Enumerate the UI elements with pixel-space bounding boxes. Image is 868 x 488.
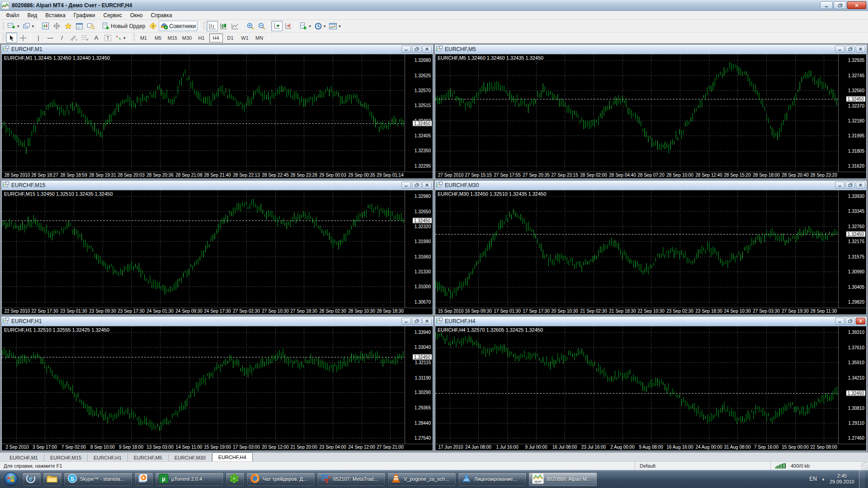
price-axis[interactable]: 1.339401.330401.321151.311901.302901.293…	[405, 326, 433, 444]
chart-window-titlebar[interactable]: EURCHF,H4	[435, 317, 867, 326]
chart-restore-button[interactable]	[412, 46, 421, 52]
toolbar-grip[interactable]	[133, 34, 135, 42]
terminal-button[interactable]	[74, 21, 85, 31]
chart-tab-5[interactable]: EURCHF,H4	[212, 452, 253, 461]
chart-restore-button[interactable]	[845, 182, 855, 188]
chart-plot[interactable]: EURCHF,M30 1.32450 1.32510 1.32435 1.324…	[435, 190, 838, 308]
cursor-tool-button[interactable]	[6, 33, 17, 43]
vertical-line-tool-button[interactable]: |	[33, 33, 44, 43]
taskbar-app-vlc[interactable]: V_pogone_za_sch...	[387, 472, 456, 486]
chart-minimize-button[interactable]	[401, 318, 411, 324]
chart-plot[interactable]: EURCHF,M15 1.32450 1.32510 1.32435 1.324…	[2, 190, 405, 308]
menu-item-4[interactable]: Сервис	[99, 11, 126, 19]
arrows-tool-button[interactable]: ▾	[113, 33, 127, 43]
timeframe-mn[interactable]: MN	[253, 33, 266, 42]
menu-item-0[interactable]: Файл	[2, 11, 24, 19]
timeframe-m15[interactable]: M15	[166, 33, 179, 42]
timeframe-h1[interactable]: H1	[195, 33, 208, 42]
text-tool-button[interactable]: A	[90, 33, 102, 43]
navigator-button[interactable]	[51, 21, 62, 31]
chart-plot[interactable]: EURCHF,H1 1.32510 1.32555 1.32425 1.3245…	[2, 326, 405, 444]
time-axis[interactable]: 27 Sep 201027 Sep 15:1527 Sep 17:5527 Se…	[435, 172, 866, 178]
timeframe-h4[interactable]: H4	[209, 33, 223, 42]
menu-item-6[interactable]: Справка	[147, 11, 176, 19]
chart-tab-2[interactable]: EURCHF,H1	[88, 454, 128, 461]
toolbar-grip[interactable]	[203, 22, 205, 30]
chart-window-titlebar[interactable]: EURCHF,M5	[435, 45, 867, 54]
price-axis[interactable]: 1.329351.327451.325601.323701.321801.319…	[838, 54, 866, 172]
chart-tab-0[interactable]: EURCHF,M1	[4, 454, 44, 461]
menu-item-2[interactable]: Вставка	[41, 11, 70, 19]
new-order-button[interactable]: Новый Ордер	[100, 21, 147, 31]
chart-minimize-button[interactable]	[401, 46, 411, 52]
templates-button[interactable]: ▾	[327, 21, 343, 31]
status-profile-segment[interactable]: Default	[635, 462, 770, 470]
favorites-button[interactable]	[62, 21, 74, 31]
time-axis[interactable]: 28 Sep 201028 Sep 18:2728 Sep 18:5928 Se…	[2, 172, 433, 178]
time-axis[interactable]: 22 Sep 201022 Sep 17:3023 Sep 01:3023 Se…	[2, 308, 433, 314]
time-axis[interactable]: 15 Sep 201016 Sep 09:3017 Sep 01:3017 Se…	[435, 308, 866, 314]
auto-scroll-button[interactable]	[271, 21, 283, 31]
price-axis[interactable]: 1.329801.326501.323201.319901.316601.313…	[405, 190, 433, 308]
resize-grip[interactable]	[861, 462, 868, 470]
timeframe-m5[interactable]: M5	[151, 33, 165, 42]
chart-restore-button[interactable]	[845, 46, 855, 52]
new-chart-button[interactable]: ▾	[6, 21, 21, 31]
alerts-button[interactable]: !	[147, 21, 159, 31]
chart-close-button[interactable]	[422, 46, 432, 52]
menu-item-1[interactable]: Вид	[24, 11, 42, 19]
taskbar-app-metatrader[interactable]: 652107: MetaTrad...	[317, 472, 386, 486]
chart-restore-button[interactable]	[845, 318, 855, 324]
taskbar-app-icq[interactable]	[226, 472, 245, 486]
time-axis[interactable]: 17 Jun 201024 Jun 08:001 Jul 16:009 Jul …	[435, 444, 866, 450]
taskbar-app-skype[interactable]: SSkype™ - stanisla...	[64, 472, 132, 486]
taskbar-clock[interactable]: 2:45 29.09.2010	[830, 473, 854, 485]
chart-shift-button[interactable]	[283, 21, 294, 31]
strategy-tester-button[interactable]	[85, 21, 96, 31]
fibonacci-tool-button[interactable]: F	[79, 33, 90, 43]
chart-close-button[interactable]	[856, 46, 865, 52]
chart-restore-button[interactable]	[412, 182, 421, 188]
taskbar-app-alpari[interactable]: alpari8020886: Alpari M...	[528, 472, 597, 486]
show-desktop-button[interactable]	[859, 470, 865, 488]
text-label-tool-button[interactable]: T	[102, 33, 113, 43]
quicklaunch-folder-button[interactable]	[43, 472, 62, 486]
taskbar-app-player[interactable]	[134, 472, 153, 486]
timeframe-w1[interactable]: W1	[238, 33, 252, 42]
toolbar-grip[interactable]	[2, 34, 5, 42]
time-axis[interactable]: 2 Sep 20103 Sep 17:007 Sep 02:008 Sep 10…	[2, 444, 433, 450]
bar-chart-mode-button[interactable]	[207, 21, 218, 31]
line-chart-mode-button[interactable]	[229, 21, 241, 31]
zoom-out-button[interactable]	[256, 21, 267, 31]
menu-item-5[interactable]: Окно	[126, 11, 147, 19]
chart-window-titlebar[interactable]: EURCHF,M30	[435, 181, 867, 190]
timeframe-m30[interactable]: M30	[180, 33, 194, 42]
trendline-tool-button[interactable]: /	[56, 33, 68, 43]
expert-advisors-button[interactable]: Советники	[159, 21, 198, 31]
taskbar-app-utorrent[interactable]: µµTorrent 2.0.4	[155, 472, 224, 486]
chart-tab-1[interactable]: EURCHF,M15	[44, 454, 88, 461]
quicklaunch-ie-button[interactable]: e	[22, 472, 41, 486]
chart-minimize-button[interactable]	[835, 182, 844, 188]
language-indicator[interactable]: EN	[809, 476, 817, 482]
timeframe-d1[interactable]: D1	[224, 33, 237, 42]
timeframe-m1[interactable]: M1	[137, 33, 151, 42]
menu-item-3[interactable]: Графики	[70, 11, 99, 19]
price-axis[interactable]: 1.326801.326251.325701.325151.324601.324…	[405, 54, 433, 172]
chart-tab-3[interactable]: EURCHF,M5	[128, 454, 169, 461]
chart-window-titlebar[interactable]: EURCHF,M15	[1, 181, 433, 190]
profiles-button[interactable]: ▾	[21, 21, 36, 31]
close-button[interactable]	[847, 1, 866, 9]
candlestick-mode-button[interactable]	[218, 21, 229, 31]
minimize-button[interactable]	[820, 1, 833, 9]
market-watch-button[interactable]	[40, 21, 51, 31]
horizontal-line-tool-button[interactable]: —	[44, 33, 56, 43]
start-button[interactable]	[1, 470, 20, 488]
chart-plot[interactable]: EURCHF,M1 1.32445 1.32450 1.32440 1.3245…	[2, 54, 405, 172]
tray-expand-icon[interactable]: ▲	[821, 477, 825, 481]
chart-close-button[interactable]	[422, 318, 432, 324]
chart-window-titlebar[interactable]: EURCHF,H1	[1, 317, 433, 326]
chart-window-titlebar[interactable]: EURCHF,M1	[1, 45, 433, 54]
restore-button[interactable]	[834, 1, 846, 9]
chart-minimize-button[interactable]	[401, 182, 411, 188]
